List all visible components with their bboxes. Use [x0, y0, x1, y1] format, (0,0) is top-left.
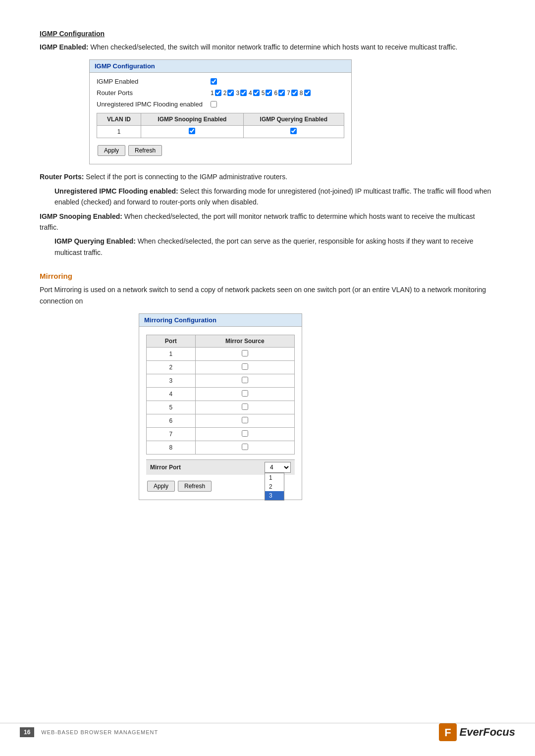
mirror-source-checkbox-8[interactable]: [242, 444, 248, 450]
igmp-desc3-bold: Unregistered IPMC Flooding enabled:: [54, 187, 178, 195]
svg-text:F: F: [444, 726, 451, 739]
router-port-checkbox-8[interactable]: [304, 90, 311, 96]
page-number: 16: [20, 727, 34, 737]
igmp-desc2-text: Select if the port is connecting to the …: [84, 173, 287, 181]
igmp-desc2-bold: Router Ports:: [40, 173, 84, 181]
igmp-enabled-row: IGMP Enabled: [97, 78, 344, 85]
vlan-col-snooping: IGMP Snooping Enabled: [141, 113, 244, 126]
igmp-enabled-label: IGMP Enabled: [97, 78, 206, 85]
mirror-option-2[interactable]: 2: [265, 482, 284, 491]
page-content: IGMP Configuration IGMP Enabled: When ch…: [0, 0, 535, 547]
router-port-num-8: 8: [300, 90, 303, 97]
igmp-desc1-text: When checked/selected, the switch will m…: [89, 43, 458, 51]
mirror-row: 3: [147, 374, 295, 387]
mirror-source-checkbox-7[interactable]: [242, 430, 248, 437]
footer-text: WEB-BASED BROWSER MANAGEMENT: [41, 729, 158, 735]
vlan-row: 1: [97, 126, 344, 138]
router-port-checkbox-3[interactable]: [240, 90, 247, 96]
router-port-4: 4: [249, 90, 260, 97]
mirror-port-cell: 7: [147, 427, 196, 441]
router-port-checkbox-7[interactable]: [291, 90, 298, 96]
vlan-col-querying: IGMP Querying Enabled: [243, 113, 344, 126]
router-port-num-1: 1: [211, 90, 214, 97]
router-port-2: 2: [223, 90, 234, 97]
router-port-checkbox-1[interactable]: [215, 90, 221, 96]
igmp-enabled-checkbox[interactable]: [211, 78, 217, 85]
vlan-snooping-cell: [141, 126, 244, 138]
igmp-config-box: IGMP Configuration IGMP Enabled Router P…: [89, 59, 352, 164]
router-port-3: 3: [236, 90, 247, 97]
vlan-querying-checkbox[interactable]: [290, 128, 297, 134]
mirror-port-cell: 6: [147, 414, 196, 427]
router-port-checkbox-5[interactable]: [266, 90, 272, 96]
router-port-5: 5: [262, 90, 272, 97]
mirroring-config-box: Mirroring Configuration Port Mirror Sour…: [139, 313, 302, 500]
mirror-apply-button[interactable]: Apply: [147, 481, 175, 492]
router-port-checkbox-4[interactable]: [253, 90, 260, 96]
vlan-id-cell: 1: [97, 126, 141, 138]
mirror-port-select-container: 4 123 1 2 3: [265, 462, 291, 473]
page-footer: 16 WEB-BASED BROWSER MANAGEMENT F EverFo…: [0, 723, 535, 741]
igmp-btn-row: Apply Refresh: [97, 143, 344, 159]
vlan-col-vlanid: VLAN ID: [97, 113, 141, 126]
mirroring-section: Mirroring Port Mirroring is used on a ne…: [40, 272, 495, 500]
mirroring-section-title: Mirroring: [40, 272, 495, 280]
mirror-source-checkbox-6[interactable]: [242, 417, 248, 423]
router-port-num-5: 5: [262, 90, 265, 97]
router-port-checkbox-2[interactable]: [227, 90, 234, 96]
mirror-source-checkbox-1[interactable]: [242, 350, 248, 356]
router-port-num-2: 2: [223, 90, 227, 97]
mirror-config-body: Port Mirror Source 1 2 3 4 5 6: [139, 327, 302, 500]
mirror-source-cell: [195, 427, 294, 441]
unregistered-checkbox[interactable]: [211, 101, 217, 107]
igmp-apply-button[interactable]: Apply: [98, 145, 125, 156]
vlan-snooping-checkbox[interactable]: [189, 128, 195, 134]
router-port-num-3: 3: [236, 90, 239, 97]
igmp-refresh-button[interactable]: Refresh: [128, 145, 162, 156]
mirror-source-cell: [195, 347, 294, 360]
igmp-desc2: Router Ports: Select if the port is conn…: [40, 171, 495, 258]
mirror-port-select[interactable]: 4 123: [265, 462, 291, 473]
router-port-8: 8: [300, 90, 311, 97]
igmp-desc4-bold: IGMP Snooping Enabled:: [40, 212, 122, 220]
mirror-source-cell: [195, 401, 294, 414]
router-port-7: 7: [287, 90, 298, 97]
mirror-port-cell: 2: [147, 360, 196, 374]
mirror-row: 7: [147, 427, 295, 441]
unregistered-value: [211, 101, 217, 107]
mirror-table: Port Mirror Source 1 2 3 4 5 6: [146, 335, 295, 454]
mirror-refresh-button[interactable]: Refresh: [178, 481, 212, 492]
mirror-option-3[interactable]: 3: [265, 491, 284, 500]
igmp-config-box-title: IGMP Configuration: [90, 60, 351, 73]
unregistered-row: Unregistered IPMC Flooding enabled: [97, 101, 344, 108]
mirror-option-1[interactable]: 1: [265, 473, 284, 482]
router-ports-value: 12345678: [211, 90, 311, 97]
router-ports-row: Router Ports 12345678: [97, 89, 344, 97]
mirror-source-checkbox-2[interactable]: [242, 363, 248, 370]
mirror-row: 2: [147, 360, 295, 374]
mirror-source-checkbox-4[interactable]: [242, 390, 248, 397]
unregistered-label: Unregistered IPMC Flooding enabled: [97, 101, 206, 108]
mirror-source-cell: [195, 414, 294, 427]
router-ports-label: Router Ports: [97, 89, 206, 97]
router-port-1: 1: [211, 90, 221, 97]
mirror-port-dropdown-popup: 1 2 3: [265, 473, 284, 501]
everfocus-logo: F EverFocus: [439, 723, 516, 741]
mirror-col-port: Port: [147, 335, 196, 347]
mirror-port-cell: 4: [147, 387, 196, 401]
mirror-port-cell: 5: [147, 401, 196, 414]
router-port-num-4: 4: [249, 90, 252, 97]
mirror-port-row: Mirror Port 4 123 1 2 3: [146, 459, 295, 475]
mirror-row: 1: [147, 347, 295, 360]
mirror-source-checkbox-3[interactable]: [242, 377, 248, 383]
vlan-querying-cell: [243, 126, 344, 138]
router-port-6: 6: [274, 90, 285, 97]
igmp-desc5-bold: IGMP Querying Enabled:: [54, 237, 136, 245]
mirror-port-label: Mirror Port: [150, 464, 255, 471]
everfocus-brand-name: EverFocus: [460, 726, 516, 739]
mirror-port-cell: 1: [147, 347, 196, 360]
mirror-source-checkbox-5[interactable]: [242, 403, 248, 410]
router-port-checkbox-6[interactable]: [278, 90, 285, 96]
vlan-table: VLAN ID IGMP Snooping Enabled IGMP Query…: [97, 113, 344, 138]
mirror-source-cell: [195, 374, 294, 387]
